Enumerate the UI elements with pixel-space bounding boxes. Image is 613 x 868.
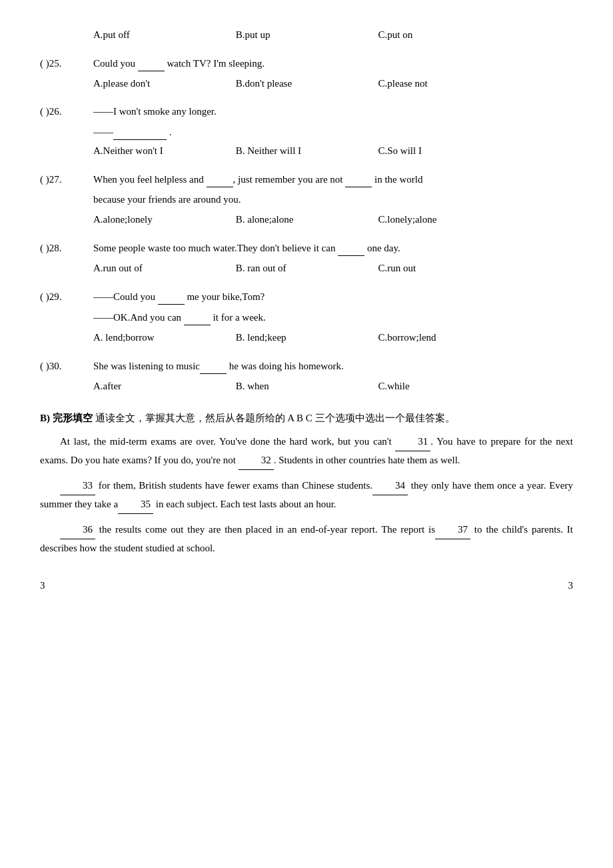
blank-35: 35 — [118, 495, 153, 514]
options-q24: A.put off B.put up C.put on — [40, 27, 573, 43]
q27-text: When you feel helpless and , just rememb… — [93, 171, 573, 187]
options-line-q30: A.after B. when C.while — [93, 378, 573, 394]
blank-33: 33 — [60, 477, 95, 495]
section-b-instruction: 通读全文，掌握其大意，然后从各题所给的 A B C 三个选项中选出一个最佳答案。 — [95, 413, 455, 423]
options-line-q26: A.Neither won't I B. Neither will I C.So… — [93, 143, 573, 159]
q30-paren-num: ( )30. — [40, 358, 93, 374]
q29-blank2 — [184, 309, 211, 325]
option-c-q28: C.run out — [378, 260, 478, 276]
q25-blank — [138, 55, 165, 71]
q30-line: ( )30. She was listening to music he was… — [40, 357, 573, 374]
option-c-q26: C.So will I — [378, 143, 478, 159]
option-b-q29: B. lend;keep — [236, 329, 336, 345]
section-b-para2: 33 for them, British students have fewer… — [40, 477, 573, 514]
q28-text: Some people waste too much water.They do… — [93, 239, 573, 256]
blank-36: 36 — [60, 521, 95, 539]
options-line-q29: A. lend;borrow B. lend;keep C.borrow;len… — [93, 329, 573, 345]
question-26: ( )26. ——I won't smoke any longer. —— . … — [40, 103, 573, 159]
q27-paren-num: ( )27. — [40, 171, 93, 187]
blank-32: 32 — [239, 451, 274, 470]
question-30: ( )30. She was listening to music he was… — [40, 357, 573, 394]
option-b-q24: B.put up — [236, 27, 336, 43]
option-a-q30: A.after — [93, 378, 193, 394]
q26-line: ( )26. ——I won't smoke any longer. — [40, 103, 573, 119]
page-footer: 3 3 — [40, 577, 573, 593]
q26-dash: —— — [93, 127, 113, 137]
question-25: ( )25. Could you watch TV? I'm sleeping.… — [40, 55, 573, 91]
question-27: ( )27. When you feel helpless and , just… — [40, 171, 573, 227]
options-line-q28: A.run out of B. ran out of C.run out — [93, 260, 573, 276]
option-c-q29: C.borrow;lend — [378, 329, 478, 345]
q27-text2: because your friends are around you. — [93, 191, 573, 207]
q28-paren-num: ( )28. — [40, 240, 93, 256]
options-line-q24: A.put off B.put up C.put on — [93, 27, 573, 43]
option-b-q25: B.don't please — [236, 75, 336, 91]
option-a-q27: A.alone;lonely — [93, 211, 193, 227]
q29-line: ( )29. ——Could you me your bike,Tom? — [40, 288, 573, 305]
option-b-q27: B. alone;alone — [236, 211, 336, 227]
option-c-q30: C.while — [378, 378, 478, 394]
q29-text: ——Could you me your bike,Tom? — [93, 288, 573, 305]
option-a-q24: A.put off — [93, 27, 193, 43]
section-b-para1: At last, the mid-term exams are over. Yo… — [40, 433, 573, 470]
option-a-q25: A.please don't — [93, 75, 193, 91]
option-a-q26: A.Neither won't I — [93, 143, 193, 159]
q27-blank1 — [207, 171, 233, 187]
options-line-q27: A.alone;lonely B. alone;alone C.lonely;a… — [93, 211, 573, 227]
q28-line: ( )28. Some people waste too much water.… — [40, 239, 573, 256]
q27-line: ( )27. When you feel helpless and , just… — [40, 171, 573, 187]
blank-37: 37 — [435, 521, 470, 539]
option-b-q28: B. ran out of — [236, 260, 336, 276]
question-28: ( )28. Some people waste too much water.… — [40, 239, 573, 276]
q28-blank — [338, 239, 364, 256]
option-c-q25: C.please not — [378, 75, 478, 91]
option-b-q30: B. when — [236, 378, 336, 394]
footer-page-right: 3 — [568, 577, 574, 593]
option-c-q27: C.lonely;alone — [378, 211, 478, 227]
options-line-q25: A.please don't B.don't please C.please n… — [93, 75, 573, 91]
blank-31: 31 — [395, 433, 430, 451]
section-b-header: B) 完形填空 通读全文，掌握其大意，然后从各题所给的 A B C 三个选项中选… — [40, 410, 573, 426]
q29-paren-num: ( )29. — [40, 289, 93, 305]
q30-text: She was listening to music he was doing … — [93, 357, 573, 374]
q25-paren-num: ( )25. — [40, 55, 93, 71]
q26-paren-num: ( )26. — [40, 103, 93, 119]
q25-line: ( )25. Could you watch TV? I'm sleeping. — [40, 55, 573, 71]
option-b-q26: B. Neither will I — [236, 143, 336, 159]
section-b-label: B) 完形填空 — [40, 413, 93, 423]
footer-page-left: 3 — [40, 577, 45, 593]
q26-text: ——I won't smoke any longer. — [93, 103, 573, 119]
q26-reply-blank — [113, 123, 167, 140]
q29-reply: ——OK.And you can it for a week. — [93, 309, 573, 325]
q30-blank — [200, 357, 227, 374]
q25-text: Could you watch TV? I'm sleeping. — [93, 55, 573, 71]
q26-period: . — [169, 127, 172, 137]
blank-34: 34 — [372, 477, 408, 495]
q29-blank1 — [158, 288, 185, 305]
q27-blank2 — [345, 171, 372, 187]
q26-reply-line: —— . — [93, 123, 573, 140]
section-b-para3: 36 the results come out they are then pl… — [40, 521, 573, 557]
option-a-q29: A. lend;borrow — [93, 329, 193, 345]
option-c-q24: C.put on — [378, 27, 478, 43]
question-29: ( )29. ——Could you me your bike,Tom? ——O… — [40, 288, 573, 345]
option-a-q28: A.run out of — [93, 260, 193, 276]
